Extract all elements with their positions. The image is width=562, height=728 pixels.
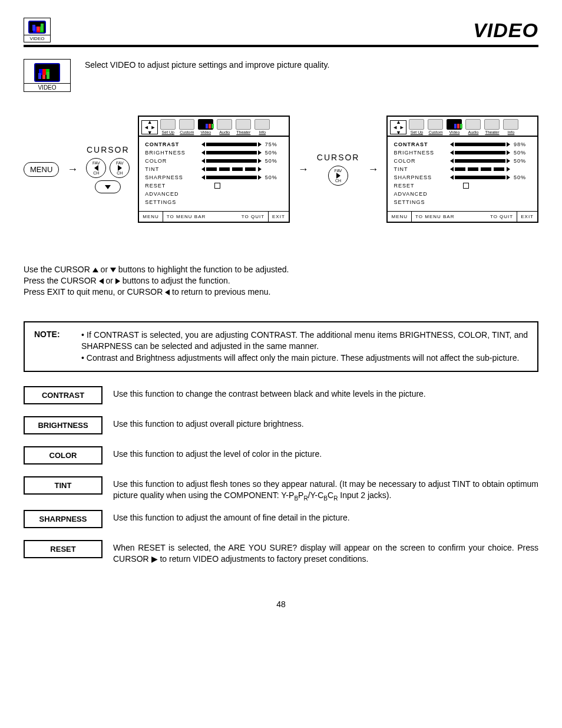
triangle-up-icon — [92, 268, 98, 272]
triangle-left-icon — [450, 175, 454, 180]
triangle-right-icon — [258, 142, 262, 147]
definition-label: BRIGHTNESS — [24, 416, 103, 434]
triangle-left-icon — [99, 278, 104, 284]
slider-bar — [206, 159, 257, 163]
osd-slider[interactable] — [201, 167, 262, 172]
osd-slider[interactable] — [201, 159, 262, 163]
osd-footer: MENU TO MENU BAR TO QUIT EXIT — [388, 211, 537, 222]
triangle-right-icon — [115, 278, 120, 284]
triangle-right-icon — [336, 173, 340, 179]
page-title: VIDEO — [473, 19, 538, 42]
osd-setting-name: SETTINGS — [145, 199, 198, 205]
triangle-left-icon — [94, 165, 98, 171]
triangle-left-icon — [450, 167, 454, 172]
checkbox-icon[interactable] — [463, 183, 469, 189]
definition-row: BRIGHTNESS Use this function to adjust o… — [24, 416, 538, 434]
slider-bar — [455, 167, 505, 171]
footer-to-menu: TO MENU BAR — [163, 212, 209, 222]
triangle-down-icon — [105, 185, 111, 189]
note-body: • If CONTRAST is selected, you are adjus… — [81, 330, 528, 364]
osd-row: RESET — [394, 183, 531, 189]
definition-label: SHARPNESS — [24, 510, 103, 528]
definition-text: Use this function to change the contrast… — [113, 386, 426, 400]
footer-menu: MENU — [139, 212, 163, 222]
osd-row: SHARPNESS50% — [394, 174, 531, 180]
osd-nav-icon: ▲◄ ►▼ — [390, 120, 406, 134]
triangle-left-icon — [165, 289, 170, 295]
osd-slider[interactable] — [450, 150, 510, 155]
triangle-left-icon — [201, 167, 205, 172]
osd-setting-name: BRIGHTNESS — [394, 150, 447, 156]
cursor-label: CURSOR — [317, 153, 360, 162]
osd-slider[interactable] — [450, 167, 510, 172]
osd-tab-bar: ▲◄ ►▼ Set Up Custom Video Audio Theater … — [388, 117, 537, 137]
tab-audio[interactable]: Audio — [464, 119, 482, 134]
footer-to-menu: TO MENU BAR — [412, 212, 458, 222]
osd-setting-name: SHARPNESS — [145, 174, 198, 180]
osd-setting-name: RESET — [394, 183, 447, 189]
triangle-right-icon — [507, 167, 510, 172]
triangle-right-icon — [507, 142, 510, 147]
footer-to-quit: TO QUIT — [238, 212, 268, 222]
osd-row: BRIGHTNESS50% — [145, 150, 283, 156]
definition-label: RESET — [24, 540, 103, 558]
tv-bars-icon — [34, 63, 60, 82]
note-label: NOTE: — [34, 330, 70, 364]
osd-panel-2: ▲◄ ►▼ Set Up Custom Video Audio Theater … — [386, 116, 538, 223]
remote-dpad-1: CURSOR FAV CH FAV CH — [86, 145, 130, 193]
osd-setting-name: COLOR — [394, 158, 447, 164]
tab-theater[interactable]: Theater — [483, 119, 501, 134]
definition-row: SHARPNESS Use this function to adjust th… — [24, 510, 538, 528]
osd-slider[interactable] — [450, 142, 510, 147]
osd-slider[interactable] — [450, 159, 510, 163]
instruction-line: Use the CURSOR or buttons to highlight t… — [24, 264, 538, 275]
video-icon-label: VIDEO — [24, 35, 50, 42]
definition-row: TINT Use this function to adjust flesh t… — [24, 476, 538, 502]
tab-info[interactable]: Info — [502, 119, 520, 134]
diagram-row: MENU → CURSOR FAV CH FAV CH ▲◄ ►▼ Set Up… — [24, 116, 538, 223]
osd-tab-bar: ▲◄ ►▼ Set Up Custom Video Audio Theater … — [139, 117, 289, 137]
triangle-left-icon — [450, 142, 454, 147]
triangle-left-icon — [201, 142, 205, 147]
remote-dpad-2: CURSOR FAV CH — [317, 153, 360, 186]
osd-row: COLOR50% — [145, 158, 283, 164]
tab-video[interactable]: Video — [197, 119, 214, 134]
checkbox-icon[interactable] — [214, 183, 220, 189]
intro-text: Select VIDEO to adjust picture settings … — [85, 59, 329, 70]
slider-bar — [206, 167, 257, 171]
video-icon-label: VIDEO — [24, 83, 70, 91]
cursor-down-button[interactable] — [95, 180, 121, 193]
tab-setup[interactable]: Set Up — [159, 119, 177, 134]
tab-setup[interactable]: Set Up — [408, 119, 425, 134]
cursor-right-button[interactable]: FAV CH — [328, 166, 348, 186]
triangle-left-icon — [450, 159, 454, 163]
header-rule — [24, 45, 538, 47]
cursor-right-button[interactable]: FAV CH — [110, 158, 130, 178]
slider-bar — [455, 176, 505, 179]
osd-footer: MENU TO MENU BAR TO QUIT EXIT — [139, 211, 289, 222]
osd-row: SETTINGS — [145, 199, 283, 205]
triangle-right-icon — [507, 159, 510, 163]
definition-text: When RESET is selected, the ARE YOU SURE… — [113, 540, 538, 565]
osd-setting-name: RESET — [145, 183, 198, 189]
menu-button[interactable]: MENU — [24, 162, 59, 177]
cursor-left-button[interactable]: FAV CH — [86, 158, 106, 178]
tab-video[interactable]: Video — [445, 119, 463, 134]
definition-row: COLOR Use this function to adjust the le… — [24, 446, 538, 465]
osd-value: 75% — [265, 141, 283, 147]
page-number: 48 — [24, 599, 538, 609]
tab-theater[interactable]: Theater — [234, 119, 252, 134]
definition-row: RESET When RESET is selected, the ARE YO… — [24, 540, 538, 565]
osd-row: ADVANCED — [394, 191, 531, 197]
osd-row: COLOR50% — [394, 158, 531, 164]
osd-slider[interactable] — [201, 142, 262, 147]
osd-slider[interactable] — [201, 150, 262, 155]
tab-audio[interactable]: Audio — [216, 119, 233, 134]
osd-slider[interactable] — [450, 175, 510, 180]
osd-slider[interactable] — [201, 175, 262, 180]
tab-custom[interactable]: Custom — [178, 119, 196, 134]
osd-row: CONTRAST75% — [145, 141, 283, 147]
tab-custom[interactable]: Custom — [427, 119, 444, 134]
arrow-icon: → — [298, 163, 309, 176]
tab-info[interactable]: Info — [253, 119, 271, 134]
